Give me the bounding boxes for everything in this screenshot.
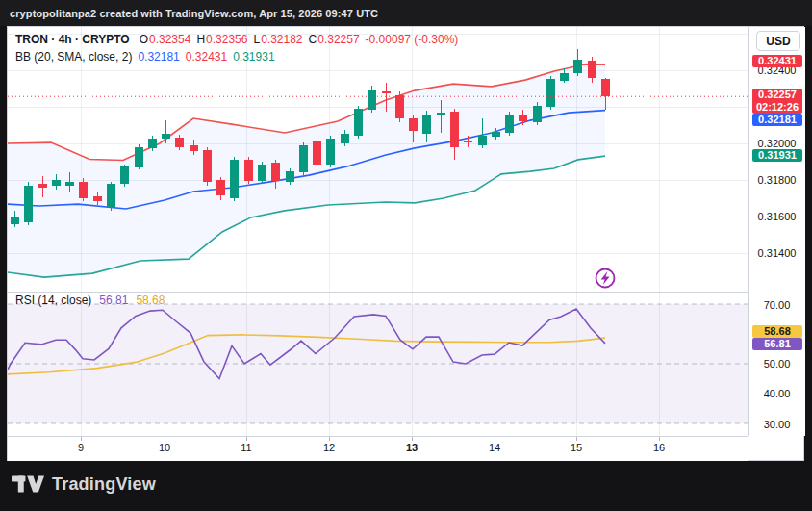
candle-body [190, 145, 198, 151]
bb-label[interactable]: BB (20, SMA, close, 2) [15, 50, 132, 64]
candle-body [203, 150, 212, 182]
price-axis-label: 50.00 [749, 357, 805, 370]
candle-down [313, 139, 321, 167]
candle-up [299, 142, 308, 175]
candle-up [24, 182, 33, 225]
candle-up [120, 165, 129, 187]
symbol-ohlc-row[interactable]: TRON · 4h · CRYPTO O0.32354 H0.32356 L0.… [15, 33, 458, 46]
rsi-ma-value: 58.68 [136, 294, 165, 307]
time-axis-label: 10 [145, 442, 184, 453]
rsi-label[interactable]: RSI (14, close) [15, 294, 91, 307]
candle-body [38, 184, 47, 188]
rsi-value: 56.81 [99, 294, 128, 307]
time-axis-tick [495, 437, 495, 441]
time-axis-label: 12 [310, 442, 348, 453]
chart-legend: TRON · 4h · CRYPTO O0.32354 H0.32356 L0.… [15, 33, 458, 64]
tradingview-logo-icon[interactable] [12, 473, 44, 495]
candle-up [135, 144, 143, 169]
candle-body [437, 113, 445, 115]
symbol-title[interactable]: TRON · 4h · CRYPTO [15, 33, 130, 46]
candle-body [11, 217, 19, 224]
price-axis-label: 70.00 [749, 298, 805, 312]
price-axis-label: 0.31800 [749, 173, 805, 187]
time-axis-label: 16 [640, 442, 678, 453]
candle-body [464, 141, 472, 142]
candle-body [422, 115, 431, 134]
candle-body [409, 118, 418, 131]
price-axis-label: 30.00 [749, 418, 805, 431]
candle-body [52, 180, 61, 186]
candle-body [382, 91, 391, 93]
time-axis-tick [246, 437, 247, 441]
candle-body [492, 132, 500, 137]
candle-body [175, 138, 184, 147]
candle-body [546, 79, 555, 107]
bb-basis-value: 0.32181 [138, 50, 179, 64]
candle-up [368, 86, 376, 113]
candle-body [450, 112, 459, 147]
price-badge: 56.81 [752, 338, 802, 350]
candle-up [258, 162, 266, 184]
candle-body [24, 186, 33, 222]
time-axis-tick [81, 437, 82, 441]
candle-body [299, 145, 308, 172]
price-badge: 0.32431 [752, 55, 802, 67]
bb-lower-value: 0.31931 [233, 50, 274, 64]
chart-card: TRON · 4h · CRYPTO O0.32354 H0.32356 L0.… [7, 26, 804, 461]
candle-body [107, 184, 115, 208]
time-axis-tick [576, 437, 577, 441]
candle-body [601, 79, 610, 96]
rsi-legend[interactable]: RSI (14, close) 56.81 58.68 [15, 294, 165, 307]
time-axis-label: 15 [557, 442, 596, 453]
price-axis[interactable]: USD 0.324000.320000.318000.316000.314007… [748, 27, 805, 436]
candle-body [271, 163, 280, 181]
time-axis-label: 14 [475, 442, 514, 453]
price-badge: 58.68 [752, 325, 802, 338]
time-axis-tick [329, 437, 330, 441]
ohlc-high: H0.32356 [196, 33, 247, 46]
price-axis-label: 0.32000 [749, 137, 805, 150]
candle-body [148, 139, 157, 148]
candle-up [573, 49, 582, 76]
candle-body [519, 115, 527, 121]
page: { "top_bar": { "text": "cryptopolitanpa2… [0, 0, 812, 511]
price-badge: 0.31931 [752, 149, 802, 162]
time-axis[interactable]: 910111213141516 [8, 436, 748, 461]
time-axis-label: 11 [227, 442, 266, 453]
candle-body [135, 147, 143, 167]
candle-body [120, 166, 129, 184]
time-axis-label: 13 [393, 442, 431, 453]
candle-body [560, 73, 569, 81]
price-badge: 0.32181 [752, 114, 802, 126]
candle-body [505, 115, 514, 133]
flash-icon[interactable] [596, 269, 615, 288]
price-axis-label: 0.31600 [749, 210, 805, 223]
candle-body [244, 160, 253, 181]
candle-body [395, 95, 404, 118]
candle-body [326, 139, 335, 165]
currency-toggle-button[interactable]: USD [756, 31, 800, 51]
footer: TradingView [12, 469, 156, 499]
countdown-timer: 02:12:26 [752, 101, 802, 114]
bb-indicator-row[interactable]: BB (20, SMA, close, 2) 0.32181 0.32431 0… [15, 50, 458, 64]
time-axis-tick [412, 437, 413, 441]
ohlc-open: O0.32354 [140, 33, 191, 46]
candle-body [313, 141, 321, 165]
candle-body [216, 180, 225, 195]
candle-up [546, 76, 555, 110]
candle-up [326, 136, 335, 167]
attribution-bar: cryptopolitanpa2 created with TradingVie… [0, 0, 812, 26]
candle-body [368, 90, 376, 110]
candle-up [505, 112, 514, 136]
price-change: -0.00097 (-0.30%) [366, 33, 459, 46]
candle-body [341, 134, 349, 143]
chart-plot-area[interactable]: TRON · 4h · CRYPTO O0.32354 H0.32356 L0.… [8, 27, 748, 436]
time-axis-tick [659, 437, 660, 441]
tradingview-wordmark[interactable]: TradingView [52, 474, 156, 495]
candle-body [354, 109, 363, 136]
candle-body [573, 60, 582, 73]
candle-up [354, 106, 363, 139]
candle-up [230, 157, 239, 201]
chart-canvas[interactable] [8, 27, 748, 436]
candle-up [107, 182, 115, 211]
